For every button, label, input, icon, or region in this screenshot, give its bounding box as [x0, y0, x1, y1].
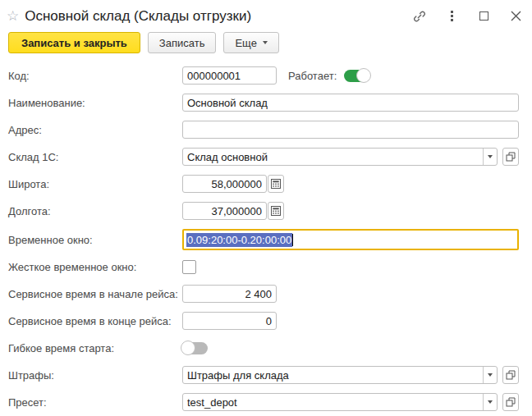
calculator-icon: [271, 179, 281, 189]
penalties-dropdown-button[interactable]: [483, 367, 497, 383]
address-label: Адрес:: [8, 124, 182, 136]
penalties-combo: [182, 366, 498, 384]
save-and-close-button[interactable]: Записать и закрыть: [8, 32, 140, 53]
name-label: Наименование:: [8, 97, 182, 109]
hard-time-window-checkbox[interactable]: [182, 260, 196, 274]
favorite-star-icon[interactable]: ☆: [7, 9, 19, 23]
time-window-input[interactable]: 0.09:20:00-0.20:00:00: [182, 229, 519, 250]
preset-input[interactable]: [183, 394, 483, 410]
row-time-window: Временное окно: 0.09:20:00-0.20:00:00: [8, 229, 519, 250]
longitude-calculator-button[interactable]: [268, 202, 284, 220]
chevron-down-icon: [263, 41, 268, 44]
latitude-label: Широта:: [8, 178, 182, 190]
chevron-down-icon: [488, 400, 493, 404]
chevron-down-icon: [488, 155, 493, 158]
service-time-start-label: Сервисное время в начале рейса:: [8, 288, 182, 300]
row-warehouse-1c: Склад 1С:: [8, 148, 519, 166]
toolbar: Записать и закрыть Записать Еще: [0, 28, 532, 62]
text-caret: [292, 234, 293, 246]
longitude-label: Долгота:: [8, 205, 182, 217]
service-time-end-input[interactable]: [182, 312, 277, 330]
row-address: Адрес:: [8, 121, 519, 139]
warehouse-1c-input[interactable]: [183, 149, 483, 165]
row-preset: Пресет:: [8, 393, 519, 411]
row-service-time-end: Сервисное время в конце рейса:: [8, 312, 519, 330]
preset-combo: [182, 393, 498, 411]
penalties-open-button[interactable]: [502, 366, 519, 384]
code-label: Код:: [8, 70, 182, 82]
preset-open-button[interactable]: [502, 393, 519, 411]
row-flexible-start-time: Гибкое время старта:: [8, 339, 519, 357]
row-latitude: Широта:: [8, 175, 519, 193]
row-hard-time-window: Жесткое временное окно:: [8, 258, 519, 276]
warehouse-1c-combo: [182, 148, 498, 166]
time-window-selected-text: 0.09:20:00-0.20:00:00: [186, 233, 292, 247]
time-window-label: Временное окно:: [8, 234, 182, 246]
longitude-input[interactable]: [182, 202, 267, 220]
row-name: Наименование:: [8, 94, 519, 112]
hard-time-window-label: Жесткое временное окно:: [8, 261, 182, 273]
row-code: Код: Работает:: [8, 66, 519, 85]
title-bar: ☆ Основной склад (Склады отгрузки): [0, 0, 532, 28]
open-form-icon: [506, 397, 516, 407]
window-title: Основной склад (Склады отгрузки): [25, 8, 251, 25]
penalties-input[interactable]: [183, 367, 483, 383]
toggle-knob: [181, 341, 195, 355]
warehouse-1c-label: Склад 1С:: [8, 151, 182, 163]
calculator-icon: [271, 206, 281, 216]
service-time-start-input[interactable]: [182, 285, 277, 303]
service-time-end-label: Сервисное время в конце рейса:: [8, 315, 182, 327]
more-menu-icon[interactable]: [445, 10, 458, 23]
chevron-down-icon: [488, 373, 493, 377]
maximize-icon[interactable]: [477, 10, 490, 23]
row-service-time-start: Сервисное время в начале рейса:: [8, 285, 519, 303]
open-form-icon: [506, 370, 516, 380]
toggle-knob: [356, 68, 371, 83]
flexible-start-time-label: Гибкое время старта:: [8, 342, 182, 354]
name-input[interactable]: [182, 94, 519, 112]
row-penalties: Штрафы:: [8, 366, 519, 384]
close-icon[interactable]: [509, 10, 522, 23]
more-button-label: Еще: [235, 37, 256, 49]
address-input[interactable]: [182, 121, 519, 139]
depot-form: Код: Работает: Наименование: Адрес: Скла…: [0, 62, 532, 411]
latitude-calculator-button[interactable]: [268, 175, 284, 193]
link-icon[interactable]: [413, 10, 426, 23]
row-longitude: Долгота:: [8, 202, 519, 220]
preset-dropdown-button[interactable]: [483, 394, 497, 410]
warehouse-1c-open-button[interactable]: [502, 148, 519, 166]
penalties-label: Штрафы:: [8, 369, 182, 382]
open-form-icon: [506, 152, 516, 162]
code-input[interactable]: [182, 66, 277, 85]
preset-label: Пресет:: [8, 396, 182, 409]
flexible-start-time-toggle[interactable]: [182, 342, 208, 354]
latitude-input[interactable]: [182, 175, 267, 193]
works-label: Работает:: [288, 70, 337, 82]
more-button[interactable]: Еще: [223, 32, 278, 53]
warehouse-1c-dropdown-button[interactable]: [483, 149, 497, 165]
save-button[interactable]: Записать: [148, 32, 217, 53]
works-toggle[interactable]: [344, 70, 369, 82]
